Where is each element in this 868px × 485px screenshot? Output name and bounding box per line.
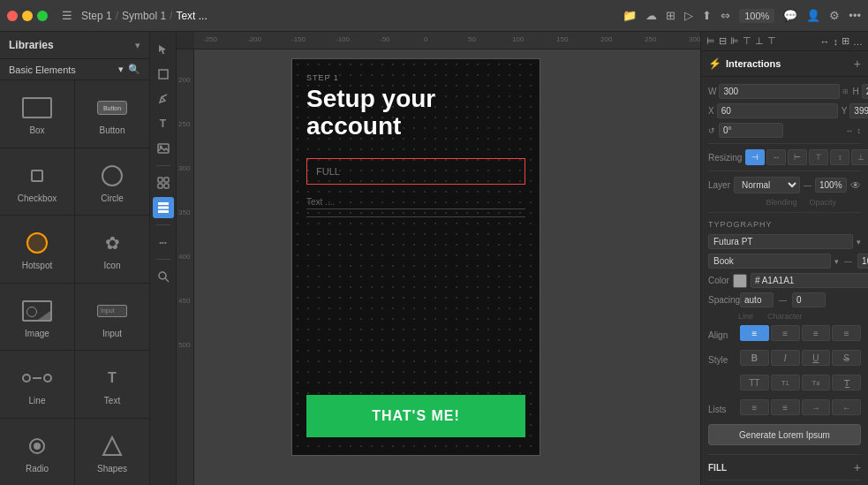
share-icon[interactable]: ⬆: [702, 9, 712, 22]
align-right-icon[interactable]: ⊫: [730, 35, 739, 47]
resize-left-btn[interactable]: ⊣: [745, 149, 765, 165]
flip-v-icon[interactable]: ↕: [857, 126, 862, 135]
resize-bottom-btn[interactable]: ⊥: [851, 149, 868, 165]
strikethrough2-btn[interactable]: T̲: [832, 375, 861, 390]
input-field-container[interactable]: [306, 158, 525, 185]
component-line[interactable]: Line: [0, 351, 74, 418]
align-center-btn[interactable]: ≡: [771, 325, 800, 341]
align-left-btn[interactable]: ≡: [740, 325, 769, 341]
x-input[interactable]: [717, 103, 838, 118]
subscript-btn[interactable]: Ta: [802, 375, 831, 390]
align-bottom-icon[interactable]: ⊤: [767, 35, 776, 47]
italic-btn[interactable]: I: [771, 350, 800, 366]
y-input[interactable]: [849, 103, 868, 118]
color-swatch[interactable]: [733, 274, 747, 288]
bold-btn[interactable]: B: [740, 350, 769, 366]
list-outdent-btn[interactable]: ←: [832, 399, 861, 415]
search-tool[interactable]: [153, 266, 174, 287]
align-center-icon[interactable]: ⊟: [719, 35, 727, 47]
add-interaction-button[interactable]: +: [854, 57, 861, 71]
generate-lorem-button[interactable]: Generate Lorem Ipsum: [708, 424, 861, 445]
char-spacing-input[interactable]: [792, 292, 826, 307]
flip-h-icon[interactable]: ↔: [846, 126, 854, 135]
component-circle[interactable]: Circle: [75, 148, 149, 216]
folder-icon[interactable]: 📁: [623, 9, 637, 22]
underline-btn[interactable]: U: [802, 350, 831, 366]
component-button[interactable]: Button Button: [75, 80, 149, 148]
library-selector[interactable]: Basic Elements ▾ 🔍: [0, 59, 149, 80]
component-input[interactable]: Input Input: [75, 284, 149, 351]
font-name-input[interactable]: [708, 234, 853, 249]
text-tool[interactable]: T: [153, 113, 174, 134]
resize-right-btn[interactable]: ⊢: [788, 149, 807, 165]
font-dropdown-icon[interactable]: ▾: [857, 238, 861, 246]
cta-button[interactable]: THAT'S ME!: [306, 395, 525, 437]
blend-mode-select[interactable]: Normal: [734, 177, 800, 193]
component-radio[interactable]: Radio: [0, 419, 74, 486]
close-button[interactable]: [7, 11, 18, 21]
canvas-area[interactable]: -250 -200 -150 -100 -50 0 50 100 150 200…: [177, 32, 700, 485]
hamburger-icon[interactable]: ☰: [62, 9, 72, 22]
breadcrumb-step[interactable]: Step 1: [81, 10, 112, 22]
color-hex-input[interactable]: [751, 273, 868, 288]
align-right-btn[interactable]: ≡: [802, 325, 831, 341]
add-fill-button[interactable]: +: [854, 460, 861, 474]
strikethrough-btn[interactable]: S: [832, 350, 861, 366]
align-middle-icon[interactable]: ⊥: [755, 35, 764, 47]
width-input[interactable]: [719, 84, 840, 99]
superscript-btn[interactable]: T1: [771, 375, 800, 390]
more-tools[interactable]: •••: [153, 231, 174, 253]
preview-icon[interactable]: ▷: [684, 9, 693, 22]
settings-icon[interactable]: ⚙: [829, 9, 840, 22]
align-left-icon[interactable]: ⊨: [706, 35, 715, 47]
opacity-input[interactable]: [815, 178, 847, 193]
component-shapes[interactable]: Shapes: [75, 419, 149, 486]
component-box[interactable]: Box: [0, 80, 74, 148]
user-icon[interactable]: 👤: [806, 9, 820, 22]
align-justify-btn[interactable]: ≡: [832, 325, 861, 341]
resize-top-btn[interactable]: ⊤: [809, 149, 828, 165]
cloud-icon[interactable]: ☁: [645, 9, 657, 22]
rotation-input[interactable]: [719, 123, 783, 138]
height-input[interactable]: [862, 84, 868, 99]
spacing-icon[interactable]: ⊞: [842, 35, 849, 47]
breadcrumb-symbol[interactable]: Symbol 1: [122, 10, 166, 22]
grid-icon[interactable]: ⊞: [666, 9, 676, 22]
zoom-level[interactable]: 100%: [739, 9, 774, 23]
distribute-v-icon[interactable]: ↕: [834, 36, 839, 47]
font-size-input[interactable]: [857, 254, 868, 269]
font-name-row: ▾: [708, 234, 861, 249]
minimize-button[interactable]: [22, 11, 33, 21]
component-checkbox[interactable]: Checkbox: [0, 148, 74, 216]
weight-dropdown-icon[interactable]: ▾: [834, 257, 839, 266]
list-unordered-btn[interactable]: ≡: [740, 399, 769, 415]
list-indent-btn[interactable]: →: [802, 399, 831, 415]
caps-btn[interactable]: TT: [740, 375, 769, 390]
full-name-input[interactable]: [306, 158, 525, 185]
line-spacing-input[interactable]: [740, 292, 774, 307]
search-icon[interactable]: 🔍: [128, 64, 140, 75]
distribute-h-icon[interactable]: ↔: [820, 36, 830, 47]
select-tool[interactable]: [153, 39, 174, 60]
shape-tool[interactable]: [153, 64, 174, 85]
align-top-icon[interactable]: ⊤: [743, 35, 751, 47]
comment-icon[interactable]: 💬: [783, 9, 797, 22]
resize-vstretch-btn[interactable]: ↕: [830, 149, 849, 165]
more-icon[interactable]: •••: [849, 9, 861, 22]
responsive-icon[interactable]: ⇔: [721, 9, 730, 22]
resize-hstretch-btn[interactable]: ↔: [766, 149, 786, 165]
pen-tool[interactable]: [153, 88, 174, 110]
visibility-toggle[interactable]: 👁: [850, 179, 861, 192]
font-weight-input[interactable]: [708, 254, 831, 269]
component-text[interactable]: T Text: [75, 351, 149, 418]
component-tool[interactable]: [153, 172, 174, 193]
component-hotspot[interactable]: Hotspot: [0, 216, 74, 283]
component-icon[interactable]: ✿ Icon: [75, 216, 149, 283]
image-tool[interactable]: [153, 138, 174, 159]
component-image[interactable]: Image: [0, 284, 74, 351]
maximize-button[interactable]: [37, 11, 48, 21]
more-options-icon[interactable]: …: [853, 36, 863, 47]
layers-tool[interactable]: [153, 197, 174, 218]
list-ordered-btn[interactable]: ≡: [771, 399, 800, 415]
breadcrumb-text[interactable]: Text ...: [176, 10, 207, 22]
